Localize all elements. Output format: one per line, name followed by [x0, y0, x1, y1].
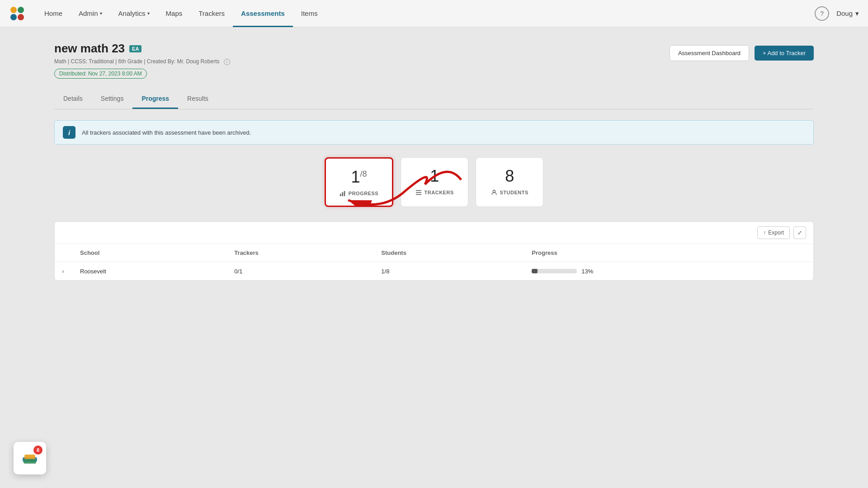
nav-items: Home Admin ▾ Analytics ▾ Maps Trackers A… [36, 0, 815, 27]
svg-rect-6 [344, 191, 345, 196]
user-menu[interactable]: Doug ▾ [836, 9, 859, 18]
export-button[interactable]: ↑ Export [757, 226, 790, 239]
svg-rect-14 [24, 459, 36, 464]
info-banner: i All trackers associated with this asse… [54, 120, 814, 145]
col-expand [55, 244, 73, 262]
svg-point-0 [10, 7, 17, 13]
progress-percentage: 13% [581, 268, 593, 275]
progress-bar-fill [532, 269, 538, 273]
svg-rect-7 [415, 190, 421, 191]
row-progress: 13% [524, 262, 813, 281]
admin-chevron-icon: ▾ [100, 11, 102, 16]
row-expand-button[interactable]: › [62, 267, 64, 275]
stat-card-progress[interactable]: 1/8 PROGRESS [325, 157, 393, 207]
assessment-dashboard-button[interactable]: Assessment Dashboard [670, 45, 749, 61]
row-trackers: 0/1 [227, 262, 374, 281]
svg-rect-8 [415, 192, 421, 193]
table-toolbar: ↑ Export ⤢ [55, 222, 813, 244]
svg-rect-5 [342, 192, 343, 196]
add-to-tracker-button[interactable]: + Add to Tracker [755, 46, 814, 61]
stat-progress-label: PROGRESS [340, 190, 378, 197]
col-trackers: Trackers [227, 244, 374, 262]
tab-details[interactable]: Details [54, 89, 92, 109]
table-section: ↑ Export ⤢ School Trackers Students Prog… [54, 221, 814, 281]
help-button[interactable]: ? [815, 6, 829, 21]
nav-right: ? Doug ▾ [815, 6, 859, 21]
svg-rect-9 [415, 194, 421, 195]
tab-settings[interactable]: Settings [92, 89, 133, 109]
nav-admin[interactable]: Admin ▾ [71, 0, 110, 27]
trackers-icon [415, 189, 422, 196]
stat-card-students[interactable]: 8 STUDENTS [476, 157, 543, 207]
nav-assessments[interactable]: Assessments [233, 0, 293, 27]
user-name: Doug [836, 9, 853, 17]
svg-rect-4 [340, 194, 341, 196]
col-students: Students [374, 244, 524, 262]
page-header-right: Assessment Dashboard + Add to Tracker [670, 45, 814, 61]
progress-bar-container: 13% [532, 268, 806, 275]
navbar: Home Admin ▾ Analytics ▾ Maps Trackers A… [0, 0, 868, 27]
tabs: Details Settings Progress Results [54, 89, 814, 109]
nav-analytics[interactable]: Analytics ▾ [110, 0, 158, 27]
tab-results[interactable]: Results [178, 89, 217, 109]
stat-trackers-number: 1 [430, 167, 439, 186]
nav-maps[interactable]: Maps [158, 0, 191, 27]
stat-progress-number: 1/8 [351, 168, 367, 187]
progress-bar-background [532, 269, 577, 273]
logo-icon [9, 5, 25, 22]
data-table: School Trackers Students Progress › Roos… [55, 244, 813, 280]
tab-progress[interactable]: Progress [132, 89, 178, 109]
user-chevron-icon: ▾ [855, 9, 859, 18]
row-expand-cell: › [55, 262, 73, 281]
row-school: Roosevelt [73, 262, 227, 281]
notification-badge: 8 [33, 446, 42, 455]
stat-card-trackers[interactable]: 1 TRACKERS [401, 157, 468, 207]
nav-home[interactable]: Home [36, 0, 71, 27]
expand-button[interactable]: ⤢ [793, 226, 806, 239]
page-title: new math 23 [54, 42, 125, 56]
svg-rect-13 [24, 455, 35, 459]
col-progress: Progress [524, 244, 813, 262]
info-banner-icon: i [63, 126, 75, 139]
svg-point-10 [493, 190, 495, 192]
notification-widget[interactable]: 8 [14, 442, 46, 474]
svg-point-2 [10, 14, 17, 20]
stat-students-label: STUDENTS [491, 189, 528, 196]
ea-badge: EA [129, 45, 142, 52]
page-meta: Math | CCSS: Traditional | 6th Grade | C… [54, 58, 232, 65]
col-school: School [73, 244, 227, 262]
page-header: new math 23 EA Math | CCSS: Traditional … [54, 42, 814, 79]
info-banner-text: All trackers associated with this assess… [82, 129, 251, 136]
table-header-row: School Trackers Students Progress [55, 244, 813, 262]
page-title-row: new math 23 EA [54, 42, 232, 56]
table-row: › Roosevelt 0/1 1/8 13% [55, 262, 813, 281]
row-students: 1/8 [374, 262, 524, 281]
export-icon: ↑ [763, 230, 766, 236]
app-logo[interactable] [9, 5, 25, 22]
stat-students-number: 8 [505, 167, 514, 186]
nav-trackers[interactable]: Trackers [190, 0, 233, 27]
stat-cards: 1/8 PROGRESS 1 TRACKERS 8 [54, 157, 814, 207]
meta-info-icon[interactable]: i [224, 59, 230, 65]
svg-point-3 [18, 14, 24, 20]
nav-items-link[interactable]: Items [293, 0, 326, 27]
expand-icon: ⤢ [797, 230, 802, 236]
stat-trackers-label: TRACKERS [415, 189, 454, 196]
main-content: new math 23 EA Math | CCSS: Traditional … [0, 27, 868, 488]
distributed-badge: Distributed: Nov 27, 2023 8:00 AM [54, 69, 147, 79]
students-icon [491, 189, 497, 196]
svg-point-1 [18, 7, 24, 13]
analytics-chevron-icon: ▾ [147, 11, 150, 16]
bar-chart-icon [340, 190, 346, 197]
page-header-left: new math 23 EA Math | CCSS: Traditional … [54, 42, 232, 79]
